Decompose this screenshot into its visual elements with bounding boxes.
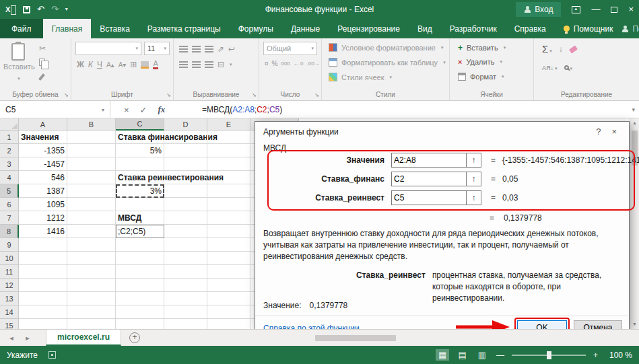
increase-decimal-icon[interactable]: ←.0: [294, 61, 304, 67]
cell-B1[interactable]: [67, 131, 116, 144]
bold-button[interactable]: Ж: [77, 60, 84, 69]
cell-D7[interactable]: [164, 211, 207, 225]
cell-D12[interactable]: [164, 279, 207, 292]
name-box[interactable]: C5 ▾: [0, 101, 110, 118]
share-button[interactable]: Поделиться: [621, 19, 639, 38]
cell-A11[interactable]: [19, 265, 67, 279]
horizontal-scrollbar-thumb[interactable]: [315, 335, 396, 341]
wrap-text-icon[interactable]: ↩: [228, 44, 235, 54]
cell-A6[interactable]: 1095: [19, 198, 67, 211]
borders-button[interactable]: ⊞: [130, 60, 137, 69]
sign-in-button[interactable]: Вход: [516, 2, 561, 17]
zoom-slider-thumb[interactable]: [547, 351, 551, 359]
cell-B2[interactable]: [67, 144, 116, 157]
currency-format-icon[interactable]: ¤: [265, 60, 269, 67]
format-as-table-button[interactable]: Форматировать как таблицу ▾: [329, 58, 446, 67]
formula-text[interactable]: =МВСД(A2:A8;C2;C5): [202, 101, 282, 118]
cell-B10[interactable]: [67, 252, 116, 265]
row-header-4[interactable]: 4: [0, 171, 19, 184]
expand-formula-bar-icon[interactable]: ▾: [632, 101, 635, 118]
cell-A2[interactable]: -1355: [19, 144, 67, 157]
cell-D10[interactable]: [164, 252, 207, 265]
cell-A14[interactable]: [19, 305, 67, 319]
cell-E13[interactable]: [207, 292, 250, 305]
cancel-entry-icon[interactable]: ×: [124, 105, 129, 115]
dialog-help-icon[interactable]: ?: [591, 126, 606, 137]
cell-E6[interactable]: [207, 198, 250, 211]
cell-E12[interactable]: [207, 279, 250, 292]
clear-icon[interactable]: [569, 45, 578, 53]
format-cells-button[interactable]: Формат ▾: [458, 73, 504, 81]
align-middle-icon[interactable]: [192, 46, 201, 52]
align-top-icon[interactable]: [179, 46, 188, 52]
cell-B4[interactable]: [67, 171, 116, 184]
decrease-decimal-icon[interactable]: .00→: [307, 61, 320, 67]
dialog-launcher-icon[interactable]: ➘: [314, 92, 319, 98]
font-name-select[interactable]: ▾: [75, 42, 141, 55]
cell-B5[interactable]: [67, 184, 116, 198]
ribbon-tab-Помощник[interactable]: Помощник: [555, 19, 622, 38]
cell-B9[interactable]: [67, 238, 116, 252]
row-header-13[interactable]: 13: [0, 292, 19, 305]
cell-E9[interactable]: [207, 238, 250, 252]
zoom-slider[interactable]: [512, 355, 586, 356]
align-bottom-icon[interactable]: [205, 46, 213, 52]
cell-A12[interactable]: [19, 279, 67, 292]
autosum-button[interactable]: Σ▾: [542, 43, 552, 55]
row-header-1[interactable]: 1: [0, 131, 19, 144]
cell-A5[interactable]: 1387: [19, 184, 67, 198]
row-header-9[interactable]: 9: [0, 238, 19, 252]
cell-E8[interactable]: [207, 225, 250, 238]
row-header-8[interactable]: 8: [0, 225, 19, 238]
dialog-launcher-icon[interactable]: ➘: [166, 92, 171, 98]
insert-cells-button[interactable]: + Вставить ▾: [458, 43, 506, 52]
cell-C6[interactable]: [116, 198, 164, 211]
sheet-nav-right-icon[interactable]: ▸: [23, 334, 32, 342]
cell-A9[interactable]: [19, 238, 67, 252]
customize-qat-icon[interactable]: ▾: [65, 0, 68, 19]
paste-button[interactable]: Вставить ▾: [3, 42, 33, 86]
cell-C12[interactable]: [116, 279, 164, 292]
cell-A13[interactable]: [19, 292, 67, 305]
cell-D11[interactable]: [164, 265, 207, 279]
maximize-button[interactable]: [611, 7, 617, 13]
cell-B3[interactable]: [67, 157, 116, 171]
cell-B8[interactable]: [67, 225, 116, 238]
cell-A7[interactable]: 1212: [19, 211, 67, 225]
ribbon-tab-Файл[interactable]: Файл: [0, 19, 43, 38]
cell-D13[interactable]: [164, 292, 207, 305]
row-header-14[interactable]: 14: [0, 305, 19, 319]
close-button[interactable]: ×: [628, 0, 634, 19]
cell-E4[interactable]: [207, 171, 250, 184]
dialog-close-icon[interactable]: ×: [606, 126, 622, 137]
cell-B6[interactable]: [67, 198, 116, 211]
sheet-nav-left-icon[interactable]: ◂: [7, 334, 16, 342]
view-page-layout-button[interactable]: ▤: [455, 349, 469, 361]
align-left-icon[interactable]: [179, 61, 188, 68]
cell-B12[interactable]: [67, 279, 116, 292]
cell-E1[interactable]: [207, 131, 250, 144]
ribbon-tab-Разметка страницы[interactable]: Разметка страницы: [139, 19, 230, 38]
cell-D14[interactable]: [164, 305, 207, 319]
grow-font-button[interactable]: А▴: [106, 61, 114, 69]
minimize-button[interactable]: —: [591, 0, 600, 19]
format-painter-button[interactable]: [40, 73, 43, 81]
find-select-button[interactable]: ▾: [564, 61, 573, 73]
ribbon-tab-Разработчик[interactable]: Разработчик: [441, 19, 506, 38]
cell-E11[interactable]: [207, 265, 250, 279]
italic-button[interactable]: К: [88, 60, 93, 69]
zoom-level[interactable]: 100 %: [605, 351, 632, 360]
column-header-B[interactable]: B: [67, 118, 116, 131]
cell-A3[interactable]: -1457: [19, 157, 67, 171]
cell-styles-button[interactable]: Стили ячеек ▾: [329, 73, 392, 81]
cell-A8[interactable]: 1416: [19, 225, 67, 238]
comma-format-icon[interactable]: 000: [281, 61, 290, 67]
save-icon[interactable]: [23, 6, 30, 13]
cell-E5[interactable]: [207, 184, 250, 198]
cell-C3[interactable]: [116, 157, 164, 171]
cell-A4[interactable]: 546: [19, 171, 67, 184]
undo-icon[interactable]: ↶: [37, 0, 44, 19]
row-header-10[interactable]: 10: [0, 252, 19, 265]
ribbon-tab-Справка[interactable]: Справка: [506, 19, 555, 38]
delete-cells-button[interactable]: × Удалить ▾: [458, 58, 502, 66]
